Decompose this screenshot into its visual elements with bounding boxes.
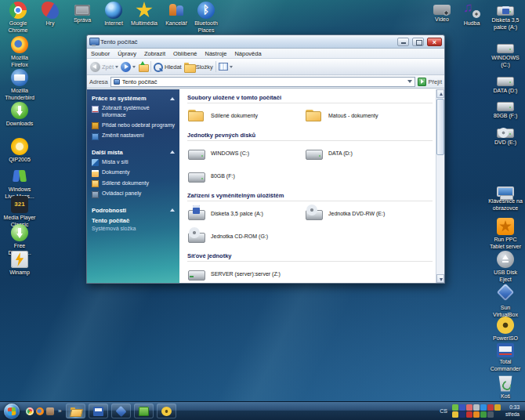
task-add-remove-programs[interactable]: Přidat nebo odebrat programy [92,122,175,130]
item-dvd-rw-e[interactable]: Jednotka DVD-RW (E:) [305,205,433,221]
desktop-icon-run-ppc[interactable]: Run PPC Tablet server [487,218,523,251]
taskbar-button-gold-app[interactable] [157,404,176,418]
up-button[interactable] [138,62,148,72]
language-indicator[interactable]: CS [440,408,447,414]
tray-icon[interactable] [452,404,458,411]
section-header[interactable]: Podrobnosti [92,207,175,214]
desktop-icon-multimedia[interactable]: Multimédia [129,2,160,27]
item-windows-c[interactable]: WINDOWS (C:) [187,145,305,161]
forward-button[interactable] [121,62,136,72]
menu-napoveda[interactable]: Nápověda [230,50,265,57]
taskbar-clock[interactable]: 0:33 středa [505,404,521,418]
desktop-icon-usb-disk-eject[interactable]: USB Disk Eject [487,251,523,284]
desktop-icon-total-commander[interactable]: Total Commander [487,342,523,373]
taskbar-button-virtualbox[interactable] [111,404,131,418]
tray-icon[interactable] [487,411,494,418]
close-button[interactable] [427,38,442,46]
tray-icon[interactable] [473,411,480,418]
tray-icon[interactable] [459,404,465,411]
desktop-icon-kancelar[interactable]: Kancelář [161,2,192,27]
scroll-up-arrow[interactable] [436,89,444,98]
desktop-icon-poweriso[interactable]: PowerISO [487,317,523,342]
quicklaunch-app-icon[interactable] [46,407,54,415]
title-bar[interactable]: Tento počítač [87,35,444,49]
tray-icon[interactable] [487,404,494,411]
menu-upravy[interactable]: Úpravy [114,50,140,57]
back-button[interactable]: Zpět [90,62,118,72]
folders-button[interactable]: Složky [184,63,213,71]
address-input[interactable]: Tento počítač [110,77,416,87]
scroll-down-arrow[interactable] [436,274,444,283]
section-header[interactable]: Další místa [92,149,175,156]
task-system-info[interactable]: Zobrazit systémové informace [92,105,175,119]
desktop-icon-klavesnice[interactable]: Klávesnice na obrazovce [487,185,523,212]
vertical-scrollbar[interactable] [436,89,444,283]
go-label: Přejít [428,78,442,85]
views-dropdown-icon[interactable] [230,66,233,68]
place-network[interactable]: Místa v síti [92,159,175,167]
menu-zobrazit[interactable]: Zobrazit [140,50,169,57]
desktop-icon-downloads[interactable]: Downloads [2,102,38,128]
place-shared-documents[interactable]: Sdílené dokumenty [92,180,175,188]
desktop-icon-mozilla-firefox[interactable]: Mozilla Firefox [2,36,38,69]
task-change-settings[interactable]: Změnit nastavení [92,132,175,140]
search-button[interactable]: Hledat [154,62,182,72]
item-floppy-a[interactable]: Disketa 3,5 palce (A:) [187,205,305,221]
desktop-icon-video[interactable]: Video [426,2,458,24]
taskbar-button-total-commander[interactable] [89,404,108,418]
desktop-icon-qip2005[interactable]: QIP2005 [2,138,38,164]
place-control-panel[interactable]: Ovládací panely [92,190,175,198]
item-80gb-f[interactable]: 80GB (F:) [187,168,305,183]
tray-icon[interactable] [466,404,472,411]
quicklaunch-chrome-icon[interactable] [26,407,34,415]
quicklaunch-overflow-chevron[interactable]: » [58,407,61,415]
desktop-icon-sun-virtualbox[interactable]: Sun VirtualBox [487,284,523,319]
item-server-z[interactable]: SERVER (server):server (Z:) [187,266,305,281]
menu-oblibene[interactable]: Oblíbené [169,50,201,57]
desktop-icon-80gb-f[interactable]: 80GB (F:) [487,97,523,120]
desktop-icon-kos[interactable]: Koš [487,375,523,400]
tray-icon[interactable] [452,411,458,418]
cd-drive-icon [187,228,206,244]
tray-icon[interactable] [480,411,487,418]
desktop-icon-windows-c[interactable]: WINDOWS (C:) [487,39,523,69]
desktop-icon-bluetooth-places[interactable]: Bluetooth Places [190,2,222,34]
taskbar-button-explorer[interactable] [66,404,85,418]
forward-dropdown-icon[interactable] [132,66,136,68]
minimize-button[interactable] [397,38,409,46]
desktop-icon-internet[interactable]: Internet [98,2,129,27]
start-button[interactable] [4,404,20,419]
tray-icon[interactable] [466,411,472,418]
tray-icon[interactable] [459,411,465,418]
desktop-icon-data-d[interactable]: DATA (D:) [487,72,523,95]
item-shared-documents[interactable]: Sdílené dokumenty [187,107,305,123]
scroll-track[interactable] [436,98,444,274]
go-button[interactable]: Přejít [418,78,442,86]
quicklaunch-firefox-icon[interactable] [36,407,44,415]
desktop-icon-google-chrome[interactable]: Google Chrome [2,2,34,34]
tray-icon[interactable] [480,404,487,411]
desktop-icon-label: WINDOWS (C:) [487,55,523,69]
section-header[interactable]: Práce se systémem [92,95,175,102]
address-dropdown-icon[interactable] [407,80,412,83]
desktop-icon-winamp[interactable]: Winamp [2,251,38,277]
maximize-button[interactable] [412,38,424,46]
views-button[interactable] [219,63,233,71]
scroll-thumb[interactable] [436,99,444,155]
item-data-d[interactable]: DATA (D:) [305,145,433,161]
tray-icon[interactable] [473,404,480,411]
place-documents[interactable]: Dokumenty [92,169,175,177]
tray-icon[interactable] [494,404,501,411]
taskbar-button-green-app[interactable] [134,404,154,418]
desktop-icon-hry[interactable]: Hry [34,2,66,27]
desktop-icon-disketa-a[interactable]: Disketa 3,5 palce (A:) [487,2,523,31]
back-dropdown-icon[interactable] [115,66,118,68]
item-cd-rom-g[interactable]: Jednotka CD-ROM (G:) [187,228,305,244]
desktop-icon-mozilla-thunderbird[interactable]: Mozilla Thunderbird [2,69,38,102]
desktop-icon-dvd-e[interactable]: DVD (E:) [487,124,523,147]
desktop-icon-hudba[interactable]: Hudba [456,2,487,27]
desktop-icon-sprava[interactable]: Správa [67,2,98,24]
item-matous-documents[interactable]: Matouš - dokumenty [305,107,433,123]
menu-soubor[interactable]: Soubor [87,50,114,57]
menu-nastroje[interactable]: Nástroje [201,50,231,57]
